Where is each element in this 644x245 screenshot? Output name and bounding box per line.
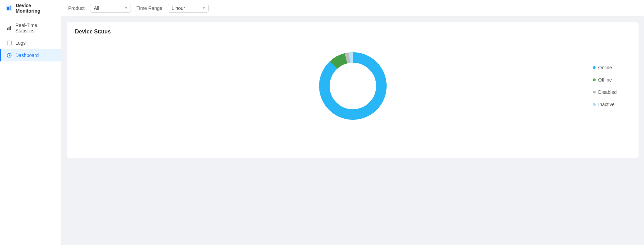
legend-item-offline: Offline (593, 77, 617, 83)
dashboard-icon (6, 53, 12, 58)
legend-item-inactive: Inactive (593, 102, 617, 107)
product-select-value: All (94, 5, 99, 11)
svg-rect-5 (10, 26, 11, 30)
legend-item-online: Online (593, 65, 617, 70)
time-range-select-value: 1 hour (171, 5, 185, 11)
logs-icon (6, 40, 12, 46)
sidebar-item-label: Real-Time Statistics (15, 23, 56, 33)
chevron-down-icon: ▾ (203, 6, 205, 10)
chevron-down-icon: ▾ (125, 6, 127, 10)
donut-svg (315, 48, 390, 124)
sidebar-logo: Device Monitoring (0, 0, 61, 16)
svg-rect-0 (6, 5, 12, 11)
sidebar-item-real-time-statistics[interactable]: Real-Time Statistics (0, 19, 61, 37)
legend-dot-disabled (593, 91, 596, 93)
legend-dot-inactive (593, 103, 596, 106)
sidebar: Device Monitoring Real-Time Statistics (0, 0, 61, 245)
svg-rect-3 (7, 28, 8, 30)
legend-item-disabled: Disabled (593, 89, 617, 95)
legend-dot-online (593, 66, 596, 69)
toolbar: Product All ▾ Time Range 1 hour ▾ (61, 0, 644, 16)
card-title: Device Status (75, 29, 630, 35)
svg-rect-2 (10, 6, 11, 10)
chart-legend: Online Offline Disabled Inactive (593, 65, 617, 107)
logo-icon (5, 4, 13, 12)
svg-rect-1 (7, 7, 9, 10)
main-content: Product All ▾ Time Range 1 hour ▾ Device… (61, 0, 644, 245)
product-label: Product (68, 5, 85, 11)
legend-label-offline: Offline (598, 77, 612, 83)
legend-dot-offline (593, 78, 596, 81)
sidebar-item-label: Dashboard (15, 53, 39, 58)
legend-label-online: Online (598, 65, 612, 70)
sidebar-item-dashboard[interactable]: Dashboard (0, 49, 61, 61)
donut-chart (315, 48, 390, 124)
chart-area: Online Offline Disabled Inactive (75, 42, 630, 130)
svg-rect-4 (9, 27, 10, 30)
donut-online (324, 57, 381, 114)
device-status-card: Device Status (67, 22, 639, 158)
sidebar-nav: Real-Time Statistics Logs (0, 16, 61, 64)
svg-point-11 (9, 55, 10, 56)
app-title: Device Monitoring (16, 3, 56, 14)
content-area: Device Status (61, 16, 644, 245)
time-range-select[interactable]: 1 hour ▾ (168, 4, 209, 13)
chart-icon (6, 25, 12, 31)
sidebar-item-logs[interactable]: Logs (0, 37, 61, 49)
time-range-label: Time Range (136, 5, 162, 11)
legend-label-disabled: Disabled (598, 89, 617, 95)
product-select[interactable]: All ▾ (90, 4, 131, 13)
sidebar-item-label: Logs (15, 40, 26, 46)
legend-label-inactive: Inactive (598, 102, 615, 107)
